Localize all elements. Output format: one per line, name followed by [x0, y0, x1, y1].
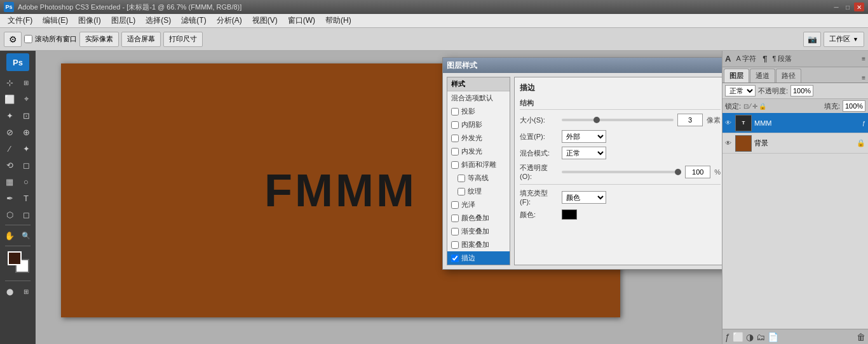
eyedropper-tool[interactable]: ⊘ [2, 124, 17, 140]
move-tool[interactable]: ⊹ [2, 75, 17, 90]
crop-tool[interactable]: ⊡ [18, 108, 34, 123]
tool-options-icon[interactable]: ⚙ [4, 32, 22, 47]
shape-tool[interactable]: ◻ [18, 207, 34, 222]
satin-check[interactable] [451, 201, 459, 209]
heal-tool[interactable]: ⊕ [18, 124, 34, 140]
maximize-button[interactable]: □ [843, 3, 853, 11]
eye-icon-bg[interactable]: 👁 [725, 140, 731, 147]
layer-mask-button[interactable]: ⬜ [733, 332, 743, 342]
stroke-check[interactable] [451, 255, 459, 262]
close-button[interactable]: ✕ [854, 3, 864, 11]
fit-screen-button[interactable]: 适合屏幕 [121, 32, 161, 47]
fill-type-select[interactable]: 颜色 渐变 图案 [562, 191, 606, 204]
eye-icon-mmm[interactable]: 👁 [725, 119, 731, 126]
size-slider[interactable] [562, 119, 674, 121]
position-select[interactable]: 外部 内部 居中 [562, 130, 606, 143]
layer-item-mmm[interactable]: 👁 T MMM ƒ [722, 113, 868, 133]
eraser-tool[interactable]: ◻ [18, 157, 34, 173]
bevel-emboss-item[interactable]: 斜面和浮雕 [447, 158, 510, 171]
foreground-color-swatch[interactable] [8, 251, 22, 265]
opacity-input[interactable] [790, 85, 813, 96]
texture-item[interactable]: 纹理 [447, 185, 510, 198]
new-layer-button[interactable]: 📄 [768, 332, 778, 342]
layer-item-bg[interactable]: 👁 背景 🔒 [722, 133, 868, 154]
lock-image-icon[interactable]: ∕ [750, 103, 751, 110]
menu-edit[interactable]: 编辑(E) [37, 14, 73, 27]
brush-tool[interactable]: ∕ [2, 141, 17, 156]
workspace-button[interactable]: 工作区 ▼ [824, 32, 864, 47]
camera-icon[interactable]: 📷 [803, 32, 821, 47]
pattern-overlay-check[interactable] [451, 241, 459, 249]
menu-file[interactable]: 文件(F) [3, 14, 37, 27]
minimize-button[interactable]: ─ [831, 3, 841, 11]
blend-mode-select[interactable]: 正常 [562, 147, 606, 159]
inner-shadow-check[interactable] [451, 121, 459, 129]
blend-mode-dropdown[interactable]: 正常 [725, 85, 756, 96]
contour-item[interactable]: 等高线 [447, 171, 510, 185]
bevel-emboss-check[interactable] [451, 161, 459, 169]
style-section-header[interactable]: 样式 [447, 77, 510, 91]
color-overlay-item[interactable]: 颜色叠加 [447, 211, 510, 225]
print-size-button[interactable]: 打印尺寸 [163, 32, 203, 47]
inner-glow-item[interactable]: 内发光 [447, 145, 510, 158]
path-tool[interactable]: ⬡ [2, 207, 17, 222]
size-input[interactable] [677, 114, 703, 126]
new-group-button[interactable]: 🗂 [756, 332, 765, 342]
blend-default-item[interactable]: 混合选项默认 [447, 91, 510, 105]
lock-position-icon[interactable]: ✛ [752, 103, 757, 110]
screen-mode-icon[interactable]: ⊞ [18, 284, 34, 299]
menu-help[interactable]: 帮助(H) [320, 14, 356, 27]
magic-wand-tool[interactable]: ✦ [2, 108, 17, 123]
menu-analysis[interactable]: 分析(A) [212, 14, 247, 27]
history-tool[interactable]: ⟲ [2, 157, 17, 173]
inner-shadow-item[interactable]: 内阴影 [447, 118, 510, 131]
menu-window[interactable]: 窗口(W) [283, 14, 320, 27]
para-tab[interactable]: ¶ 段落 [770, 53, 794, 65]
artboard-tool[interactable]: ⊞ [18, 75, 34, 90]
hand-tool[interactable]: ✋ [2, 228, 17, 243]
gradient-tool[interactable]: ▦ [2, 174, 17, 189]
layers-panel-menu[interactable]: ≡ [860, 73, 867, 83]
pattern-overlay-item[interactable]: 图案叠加 [447, 238, 510, 251]
panel-menu-icon[interactable]: ≡ [862, 55, 865, 62]
adjustment-layer-button[interactable]: ◑ [746, 332, 754, 342]
drop-shadow-item[interactable]: 投影 [447, 105, 510, 118]
gradient-overlay-check[interactable] [451, 228, 459, 235]
channels-tab[interactable]: 通道 [750, 69, 775, 83]
menu-layer[interactable]: 图层(L) [106, 14, 141, 27]
menu-select[interactable]: 选择(S) [140, 14, 176, 27]
inner-glow-check[interactable] [451, 148, 459, 155]
text-tool[interactable]: T [18, 190, 34, 206]
contour-check[interactable] [458, 175, 465, 182]
lock-transparent-icon[interactable]: ⊡ [743, 103, 749, 110]
clone-tool[interactable]: ✦ [18, 141, 34, 156]
lock-all-icon[interactable]: 🔒 [759, 103, 766, 110]
satin-item[interactable]: 光泽 [447, 198, 510, 211]
color-swatch[interactable] [562, 209, 577, 220]
paths-tab[interactable]: 路径 [776, 69, 801, 83]
opacity-slider[interactable] [562, 171, 681, 173]
texture-check[interactable] [458, 188, 465, 195]
menu-view[interactable]: 视图(V) [247, 14, 283, 27]
quick-mask-icon[interactable]: ⬤ [2, 284, 17, 299]
dodge-tool[interactable]: ○ [18, 174, 34, 189]
menu-image[interactable]: 图像(I) [73, 14, 105, 27]
delete-layer-button[interactable]: 🗑 [857, 332, 865, 342]
actual-pixels-button[interactable]: 实际像素 [79, 32, 119, 47]
fill-input[interactable] [843, 100, 865, 112]
marquee-tool[interactable]: ⬜ [2, 91, 17, 107]
outer-glow-item[interactable]: 外发光 [447, 131, 510, 145]
layer-fx-button[interactable]: ƒ [725, 332, 730, 342]
drop-shadow-check[interactable] [451, 108, 459, 116]
menu-filter[interactable]: 滤镜(T) [176, 14, 211, 27]
pen-tool[interactable]: ✒ [2, 190, 17, 206]
outer-glow-check[interactable] [451, 135, 459, 142]
lasso-tool[interactable]: ⌖ [18, 91, 34, 107]
gradient-overlay-item[interactable]: 渐变叠加 [447, 225, 510, 238]
layers-tab[interactable]: 图层 [724, 69, 749, 83]
char-tab[interactable]: A 字符 [733, 53, 759, 65]
scroll-all-checkbox[interactable] [24, 35, 32, 43]
stroke-item[interactable]: 描边 [447, 251, 510, 265]
opacity-input[interactable] [685, 166, 710, 178]
color-overlay-check[interactable] [451, 215, 459, 222]
